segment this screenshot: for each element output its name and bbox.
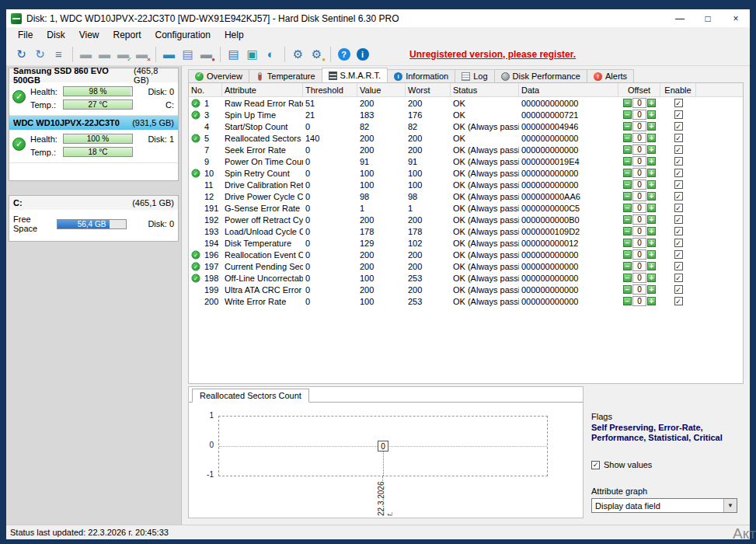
table-row[interactable]: 12 Drive Power Cycle Count 0 98 98 OK (A… <box>189 190 743 202</box>
show-values-checkbox[interactable] <box>591 461 600 469</box>
minimize-button[interactable]: — <box>666 9 694 27</box>
offset-increase-button[interactable]: + <box>647 204 656 212</box>
table-row[interactable]: 193 Load/Unload Cycle Cou... 0 178 178 O… <box>189 225 743 237</box>
enable-checkbox[interactable] <box>674 262 683 270</box>
close-button[interactable]: × <box>722 9 750 27</box>
offset-increase-button[interactable]: + <box>647 274 656 282</box>
offset-increase-button[interactable]: + <box>647 180 656 189</box>
enable-checkbox[interactable] <box>674 227 683 235</box>
offset-increase-button[interactable]: + <box>647 239 656 247</box>
menu-view[interactable]: View <box>72 30 106 40</box>
enable-checkbox[interactable] <box>674 239 683 247</box>
table-row[interactable]: 1 Raw Read Error Rate 51 200 200 OK 0000… <box>189 97 743 109</box>
column-header-data[interactable]: Data <box>519 83 618 96</box>
table-row[interactable]: 9 Power On Time Count 0 91 91 OK (Always… <box>189 155 743 167</box>
partition-panel[interactable]: C: (465,1 GB) Free Space 56,4 GB Disk: 0 <box>9 195 179 242</box>
graph-tab-reallocated-sectors[interactable]: Reallocated Sectors Count <box>192 389 309 403</box>
tab-disk-performance[interactable]: Disk Performance <box>494 69 587 82</box>
column-header-attribute[interactable]: Attribute <box>222 83 303 96</box>
offset-decrease-button[interactable]: − <box>623 110 632 119</box>
refresh-icon[interactable]: ↻ <box>12 45 30 64</box>
table-row[interactable]: 199 Ultra ATA CRC Error Co... 0 200 200 … <box>189 284 743 295</box>
offset-decrease-button[interactable]: − <box>623 297 632 305</box>
title-bar[interactable]: Disk: 1, WDC WD10JPVX-22JC3T0 [WD-WX91E9… <box>6 9 750 27</box>
disk-test-icon-2[interactable]: ▬ <box>96 45 113 64</box>
report-list-icon[interactable]: ▤ <box>225 45 242 64</box>
column-header-worst[interactable]: Worst <box>406 83 451 96</box>
table-row[interactable]: 11 Drive Calibration Retry ... 0 100 100… <box>189 179 743 190</box>
offset-increase-button[interactable]: + <box>647 227 656 235</box>
offset-decrease-button[interactable]: − <box>623 134 632 142</box>
enable-checkbox[interactable] <box>674 157 683 166</box>
offset-increase-button[interactable]: + <box>647 99 656 107</box>
enable-checkbox[interactable] <box>674 110 683 119</box>
enable-checkbox[interactable] <box>674 192 683 201</box>
disk-repair-icon[interactable]: ▬● <box>197 45 215 64</box>
offset-decrease-button[interactable]: − <box>623 204 632 212</box>
register-link[interactable]: Unregistered version, please register. <box>409 49 576 60</box>
globe-icon[interactable]: ◐ <box>262 45 280 64</box>
table-row[interactable]: 200 Write Error Rate 0 100 253 OK (Alway… <box>189 295 743 307</box>
offset-increase-button[interactable]: + <box>647 157 656 166</box>
offset-increase-button[interactable]: + <box>647 262 656 270</box>
enable-checkbox[interactable] <box>674 122 683 131</box>
tab-s-m-a-r-t-[interactable]: S.M.A.R.T. <box>322 68 388 82</box>
attribute-graph-dropdown[interactable]: Display data field ▼ <box>591 498 737 513</box>
table-row[interactable]: 3 Spin Up Time 21 183 176 OK 00000000072… <box>189 109 743 120</box>
tab-alerts[interactable]: Alerts <box>587 69 634 82</box>
offset-increase-button[interactable]: + <box>647 169 656 177</box>
offset-increase-button[interactable]: + <box>647 110 656 119</box>
offset-increase-button[interactable]: + <box>647 250 656 259</box>
offset-decrease-button[interactable]: − <box>623 215 632 224</box>
offset-increase-button[interactable]: + <box>647 192 656 201</box>
refresh-disk-icon[interactable]: ↻ <box>31 45 49 64</box>
offset-decrease-button[interactable]: − <box>623 262 632 270</box>
column-header-no[interactable]: No. <box>189 83 222 96</box>
offset-decrease-button[interactable]: − <box>623 180 632 189</box>
disk-fail-icon[interactable]: ▬× <box>133 45 151 64</box>
enable-checkbox[interactable] <box>674 274 683 282</box>
tab-information[interactable]: Information <box>387 69 455 82</box>
menu-configuration[interactable]: Configuration <box>148 30 218 40</box>
offset-increase-button[interactable]: + <box>647 285 656 294</box>
tab-temperature[interactable]: Temperature <box>249 69 322 82</box>
enable-checkbox[interactable] <box>674 285 683 294</box>
table-row[interactable]: 197 Current Pending Sector... 0 200 200 … <box>189 260 743 272</box>
offset-increase-button[interactable]: + <box>647 215 656 224</box>
enable-checkbox[interactable] <box>674 297 683 305</box>
advanced-gear-icon[interactable]: ⚙● <box>308 45 326 64</box>
menu-disk[interactable]: Disk <box>40 30 71 40</box>
offset-decrease-button[interactable]: − <box>623 122 632 131</box>
table-row[interactable]: 7 Seek Error Rate 0 200 200 OK (Always p… <box>189 144 743 155</box>
table-row[interactable]: 192 Power off Retract Cycle ... 0 200 20… <box>189 214 743 225</box>
offset-decrease-button[interactable]: − <box>623 145 632 154</box>
enable-checkbox[interactable] <box>674 145 683 154</box>
enable-checkbox[interactable] <box>674 99 683 107</box>
column-header-value[interactable]: Value <box>357 83 406 96</box>
disk-surface-icon[interactable]: ▬ <box>160 45 178 64</box>
column-header-status[interactable]: Status <box>451 83 519 96</box>
menu-file[interactable]: File <box>11 30 40 40</box>
enable-checkbox[interactable] <box>674 134 683 142</box>
offset-decrease-button[interactable]: − <box>623 274 632 282</box>
tab-log[interactable]: Log <box>455 69 494 82</box>
enable-checkbox[interactable] <box>674 180 683 189</box>
disk-card-wdc[interactable]: WDC WD10JPVX-22JC3T0 (931,5 GB) Health: … <box>9 116 178 163</box>
disk-card-samsung[interactable]: Samsung SSD 860 EVO 500GB (465,8 GB) Hea… <box>9 68 178 116</box>
offset-decrease-button[interactable]: − <box>623 99 632 107</box>
offset-decrease-button[interactable]: − <box>623 227 632 235</box>
table-row[interactable]: 198 Off-Line Uncorrectable... 0 100 253 … <box>189 272 743 284</box>
offset-increase-button[interactable]: + <box>647 134 656 142</box>
offset-decrease-button[interactable]: − <box>623 192 632 201</box>
info-icon[interactable]: i <box>354 45 371 64</box>
report-lines-icon[interactable]: ≡ <box>50 45 68 64</box>
offset-increase-button[interactable]: + <box>647 145 656 154</box>
offset-increase-button[interactable]: + <box>647 297 656 305</box>
help-icon[interactable]: ? <box>335 45 353 64</box>
column-header-enable[interactable]: Enable <box>660 83 696 96</box>
column-header-threshold[interactable]: Threshold <box>303 83 357 96</box>
enable-checkbox[interactable] <box>674 250 683 259</box>
column-header-offset[interactable]: Offset <box>618 83 660 96</box>
offset-decrease-button[interactable]: − <box>623 157 632 166</box>
disk-test-icon-1[interactable]: ▬ <box>77 45 95 64</box>
